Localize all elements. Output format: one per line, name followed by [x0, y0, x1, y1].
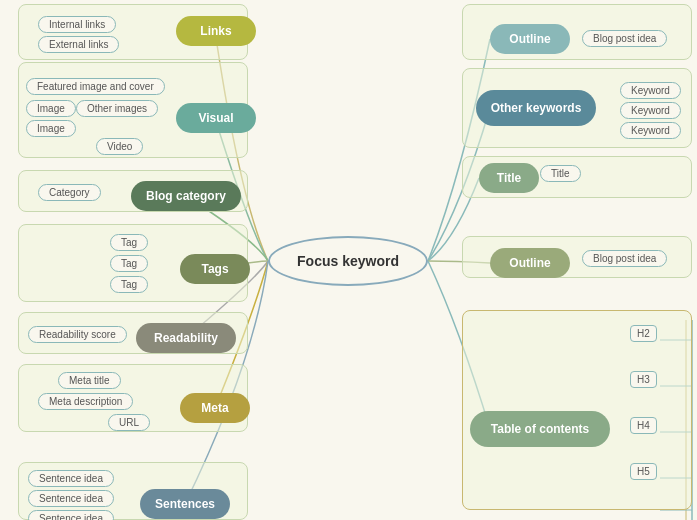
label-keyword1: Keyword	[620, 82, 681, 99]
label-sentence2: Sentence idea	[28, 490, 114, 507]
node-sentences[interactable]: Sentences	[140, 489, 230, 519]
node-table-of-contents[interactable]: Table of contents	[470, 411, 610, 447]
label-h4: H4	[630, 417, 657, 434]
node-outline-top[interactable]: Outline	[490, 24, 570, 54]
label-image1: Image	[26, 100, 76, 117]
box-toc	[462, 310, 692, 510]
label-featured-image: Featured image and cover	[26, 78, 165, 95]
label-tag1: Tag	[110, 234, 148, 251]
label-video: Video	[96, 138, 143, 155]
node-readability[interactable]: Readability	[136, 323, 236, 353]
label-h3: H3	[630, 371, 657, 388]
label-readability-score: Readability score	[28, 326, 127, 343]
label-h5: H5	[630, 463, 657, 480]
node-blog-category[interactable]: Blog category	[131, 181, 241, 211]
node-title[interactable]: Title	[479, 163, 539, 193]
mindmap-canvas: Internal links External links Featured i…	[0, 0, 697, 520]
label-title-sub: Title	[540, 165, 581, 182]
label-tag2: Tag	[110, 255, 148, 272]
node-tags[interactable]: Tags	[180, 254, 250, 284]
node-links[interactable]: Links	[176, 16, 256, 46]
node-meta[interactable]: Meta	[180, 393, 250, 423]
label-keyword2: Keyword	[620, 102, 681, 119]
label-sentence3: Sentence idea	[28, 510, 114, 520]
center-node: Focus keyword	[268, 236, 428, 286]
label-keyword3: Keyword	[620, 122, 681, 139]
label-meta-description: Meta description	[38, 393, 133, 410]
label-sentence1: Sentence idea	[28, 470, 114, 487]
node-visual[interactable]: Visual	[176, 103, 256, 133]
label-h2: H2	[630, 325, 657, 342]
label-other-images: Other images	[76, 100, 158, 117]
label-blog-post-idea-top: Blog post idea	[582, 30, 667, 47]
label-image2: Image	[26, 120, 76, 137]
label-meta-title: Meta title	[58, 372, 121, 389]
label-url: URL	[108, 414, 150, 431]
node-outline-mid[interactable]: Outline	[490, 248, 570, 278]
node-other-keywords[interactable]: Other keywords	[476, 90, 596, 126]
label-category: Category	[38, 184, 101, 201]
label-external-links: External links	[38, 36, 119, 53]
label-tag3: Tag	[110, 276, 148, 293]
label-internal-links: Internal links	[38, 16, 116, 33]
label-blog-post-idea-mid: Blog post idea	[582, 250, 667, 267]
